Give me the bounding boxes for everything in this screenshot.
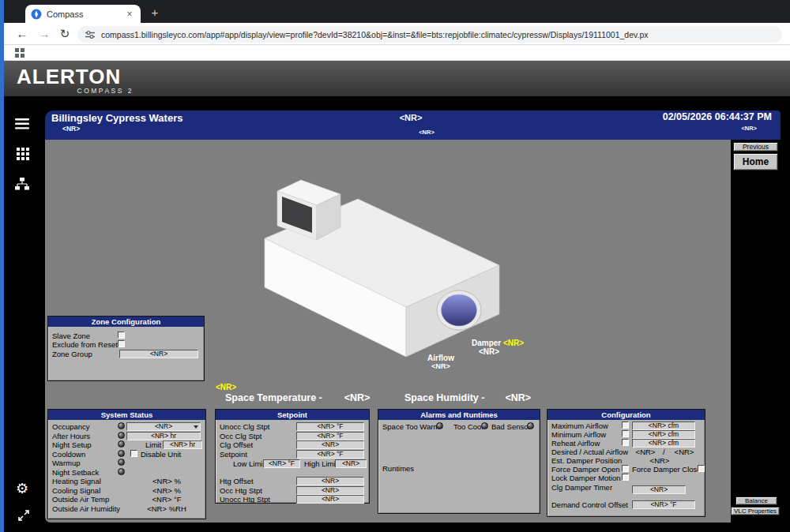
zone-configuration-panel: Zone Configuration Slave Zone Exclude fr… [47, 316, 205, 381]
browser-tab[interactable]: Compass × [25, 5, 141, 23]
force-damper-open-checkbox[interactable] [622, 465, 629, 472]
url-text: compass1.billingsleyco.com/app#app/displ… [101, 30, 649, 39]
reheat-airflow-value: <NR> cfm [649, 440, 679, 447]
cooling-signal-value: <NR> % [143, 487, 190, 495]
setpoint-value: <NR> °F [317, 451, 343, 458]
minimum-airflow-checkbox[interactable] [622, 430, 629, 437]
slave-zone-checkbox[interactable] [118, 332, 125, 339]
space-temperature-heading: Space Temperature -<NR> [225, 392, 370, 403]
damper-label: Damper [472, 339, 501, 347]
header-center-value: <NR> [332, 113, 490, 122]
reheat-airflow-checkbox[interactable] [622, 439, 629, 446]
occ-htg-stpt-field[interactable]: <NR> [296, 486, 364, 495]
minimum-airflow-field[interactable]: <NR> cfm [632, 430, 695, 439]
est-damper-position-value: <NR> [644, 457, 675, 465]
occ-htg-stpt-label: Occ Htg Stpt [220, 487, 262, 495]
system-status-title: System Status [48, 410, 205, 420]
runtimes-label: Runtimes [382, 465, 414, 473]
reheat-airflow-field[interactable]: <NR> cfm [632, 439, 695, 448]
previous-button[interactable]: Previous [733, 142, 778, 152]
new-tab-button[interactable]: + [148, 6, 162, 20]
unocc-clg-stpt-field[interactable]: <NR> °F [296, 422, 364, 431]
displays-grid-icon[interactable] [15, 148, 31, 163]
clg-damper-timer-field[interactable]: <NR> [632, 485, 686, 494]
night-setback-led [118, 468, 125, 475]
lock-damper-motion-checkbox[interactable] [622, 474, 629, 481]
tab-title: Compass [47, 9, 124, 19]
disable-unit-checkbox[interactable] [130, 450, 137, 457]
exclude-from-reset-checkbox[interactable] [118, 340, 125, 347]
configuration-title: Configuration [547, 410, 705, 420]
htg-offset-field[interactable]: <NR> [296, 477, 364, 485]
url-bar[interactable]: compass1.billingsleyco.com/app#app/displ… [77, 26, 782, 43]
settings-gear-icon[interactable]: ⚙ [14, 481, 30, 496]
damper-sub-value: <NR> [479, 347, 499, 356]
unocc-htg-stpt-field[interactable]: <NR> [296, 495, 364, 504]
occupancy-value: <NR> [155, 423, 172, 430]
low-limit-field[interactable]: <NR> °F [263, 459, 300, 468]
airflow-label-group: Airflow <NR> [423, 354, 458, 371]
after-hours-field[interactable]: <NR> hr [126, 432, 201, 440]
space-temperature-label: Space Temperature - [225, 392, 322, 403]
clg-damper-timer-label: Clg Damper Timer [551, 484, 612, 492]
limit-field[interactable]: <NR> hr [163, 440, 202, 449]
occupancy-select[interactable]: <NR> [126, 422, 201, 431]
back-icon[interactable]: ← [13, 23, 31, 45]
exclude-from-reset-label: Exclude from Reset [52, 341, 118, 349]
occ-clg-stpt-value: <NR> °F [317, 433, 343, 440]
header-center-sub-value: <NR> [348, 129, 506, 136]
limit-label: Limit [145, 441, 161, 449]
maximum-airflow-field[interactable]: <NR> cfm [632, 421, 695, 430]
actual-airflow-value: <NR> [671, 448, 698, 456]
outside-air-humidity-value: <NR> %RH [141, 505, 192, 513]
clg-damper-timer-value: <NR> [650, 486, 668, 493]
zone-group-field[interactable]: <NR> [119, 350, 198, 358]
apps-grid-icon[interactable] [15, 48, 24, 58]
setpoint-title: Setpoint [216, 410, 369, 420]
airflow-value: <NR> [423, 362, 458, 371]
high-limit-value: <NR> [342, 460, 359, 467]
site-info-icon[interactable] [85, 30, 95, 39]
menu-hamburger-icon[interactable] [14, 118, 30, 133]
balance-button[interactable]: Balance [735, 496, 777, 505]
htg-offset-value: <NR> [322, 478, 339, 485]
occ-clg-stpt-label: Occ Clg Stpt [220, 433, 261, 440]
screen: Compass × + ← → ↻ compass1.billingsleyco… [0, 0, 790, 532]
desired-actual-airflow-label: Desired / Actual Airflow [551, 448, 628, 456]
limit-value: <NR> hr [170, 441, 195, 448]
alarms-runtimes-panel: Alarms and Runtimes Space Too Warm Too C… [378, 409, 540, 514]
unocc-clg-stpt-label: Unocc Clg Stpt [220, 423, 269, 431]
forward-icon[interactable]: → [36, 23, 53, 45]
site-title-sub-value: <NR> [62, 125, 80, 133]
space-too-warm-label: Space Too Warm [382, 423, 439, 431]
setpoint-label: Setpoint [220, 451, 247, 459]
demand-control-offset-field[interactable]: <NR> °F [632, 500, 695, 509]
header-datetime: 02/05/2026 06:44:37 PM [553, 111, 772, 122]
expand-fullscreen-icon[interactable] [16, 509, 32, 525]
airflow-slash: / [663, 448, 665, 456]
hierarchy-icon[interactable] [14, 178, 30, 193]
force-damper-close-label: Force Damper Close [632, 466, 702, 474]
browser-toolbar: ← → ↻ compass1.billingsleyco.com/app#app… [4, 23, 790, 45]
desired-airflow-value: <NR> [632, 448, 659, 456]
tab-close-icon[interactable]: × [124, 9, 135, 20]
clg-offset-field[interactable]: <NR> [296, 440, 364, 449]
refresh-icon[interactable]: ↻ [56, 23, 73, 45]
night-setback-label: Night Setback [52, 469, 99, 477]
disable-unit-label: Disable Unit [141, 451, 181, 459]
maximum-airflow-checkbox[interactable] [622, 421, 629, 429]
site-title: Billingsley Cypress Waters [51, 112, 182, 124]
force-damper-close-checkbox[interactable] [698, 465, 705, 472]
htg-offset-label: Htg Offset [220, 478, 254, 485]
occ-clg-stpt-field[interactable]: <NR> °F [296, 432, 364, 440]
cooldown-label: Cooldown [52, 451, 85, 459]
zone-configuration-title: Zone Configuration [48, 317, 204, 327]
cooldown-led [118, 450, 125, 457]
vlc-properties-button[interactable]: VLC Properties [731, 507, 780, 515]
heating-signal-label: Heating Signal [52, 478, 101, 485]
high-limit-field[interactable]: <NR> [335, 459, 367, 468]
home-button[interactable]: Home [733, 153, 778, 170]
occupancy-label: Occupancy [52, 423, 90, 431]
setpoint-field[interactable]: <NR> °F [296, 450, 364, 459]
outside-air-temp-label: Outside Air Temp [52, 496, 109, 504]
